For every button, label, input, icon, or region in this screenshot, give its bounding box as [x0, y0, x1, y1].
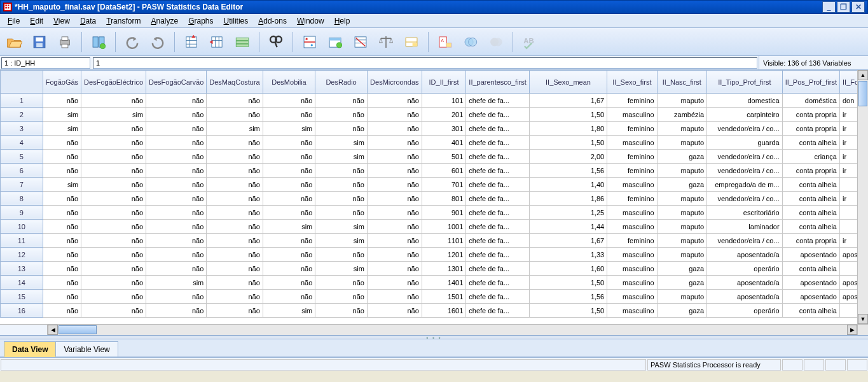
cell[interactable]: não [207, 276, 263, 290]
cell[interactable]: 801 [422, 192, 466, 206]
cell[interactable]: chefe de fa... [466, 94, 530, 108]
cell[interactable]: laminador [707, 220, 783, 234]
maximize-button[interactable]: ❐ [837, 1, 850, 13]
cell[interactable]: maputo [657, 248, 706, 262]
cell[interactable]: aposentado [782, 290, 839, 304]
cell[interactable]: 1501 [422, 290, 466, 304]
cell[interactable]: conta propria [782, 108, 839, 122]
cell[interactable]: não [146, 108, 207, 122]
column-header[interactable]: DesMaqCostura [207, 71, 263, 94]
close-button[interactable]: ✕ [851, 1, 865, 13]
cell[interactable]: sim [207, 122, 263, 136]
tab-data-view[interactable]: Data View [4, 341, 56, 357]
row-header[interactable]: 12 [1, 248, 43, 262]
row-header[interactable]: 5 [1, 150, 43, 164]
cell[interactable]: masculino [607, 262, 657, 276]
cell[interactable]: não [207, 108, 263, 122]
splitter-handle[interactable] [0, 336, 868, 339]
cell[interactable]: não [263, 150, 315, 164]
cell[interactable]: não [43, 290, 81, 304]
goto-variable-icon[interactable] [207, 32, 227, 52]
cell[interactable]: 1,25 [529, 206, 607, 220]
cell[interactable]: não [315, 192, 368, 206]
cell[interactable]: conta alheia [782, 220, 839, 234]
cell[interactable]: não [43, 192, 81, 206]
cell[interactable]: 1,40 [529, 178, 607, 192]
cell[interactable]: não [81, 220, 146, 234]
column-header[interactable]: FogãoGás [43, 71, 81, 94]
menu-window[interactable]: Window [292, 15, 329, 27]
row-header[interactable]: 10 [1, 220, 43, 234]
cell[interactable]: 901 [422, 206, 466, 220]
cell[interactable]: não [81, 290, 146, 304]
menu-transform[interactable]: Transform [101, 15, 146, 27]
row-header[interactable]: 15 [1, 290, 43, 304]
cell[interactable]: masculino [607, 206, 657, 220]
column-header[interactable]: DesFogãoEléctrico [81, 71, 146, 94]
menu-view[interactable]: View [48, 15, 75, 27]
column-header[interactable]: DesFogãoCarvão [146, 71, 207, 94]
cell[interactable]: não [43, 248, 81, 262]
cell[interactable]: sim [315, 234, 368, 248]
cell[interactable]: chefe de fa... [466, 234, 530, 248]
cell[interactable]: não [367, 206, 422, 220]
cell[interactable]: não [315, 304, 368, 318]
cell[interactable]: 1,50 [529, 276, 607, 290]
cell[interactable]: não [367, 262, 422, 276]
cell-value-input[interactable]: 1 [93, 57, 757, 69]
cell[interactable]: chefe de fa... [466, 276, 530, 290]
cell[interactable]: sim [81, 108, 146, 122]
cell[interactable]: não [315, 206, 368, 220]
cell[interactable]: chefe de fa... [466, 122, 530, 136]
cell[interactable]: não [146, 192, 207, 206]
cell[interactable]: conta alheia [782, 136, 839, 150]
cell[interactable]: não [263, 234, 315, 248]
cell[interactable]: gaza [657, 276, 706, 290]
cell[interactable]: maputo [657, 290, 706, 304]
cell[interactable]: 1301 [422, 262, 466, 276]
column-header[interactable]: DesMicroondas [367, 71, 422, 94]
cell[interactable]: não [367, 192, 422, 206]
save-icon[interactable] [29, 32, 50, 52]
cell[interactable]: aposentado/a [707, 290, 783, 304]
grid-corner[interactable] [1, 71, 43, 94]
cell[interactable]: masculino [607, 178, 657, 192]
value-labels-icon[interactable] [401, 32, 422, 52]
cell[interactable]: não [43, 94, 81, 108]
cell[interactable]: masculino [607, 220, 657, 234]
cell[interactable]: operário [707, 304, 783, 318]
cell[interactable]: 301 [422, 122, 466, 136]
cell[interactable]: chefe de fa... [466, 164, 530, 178]
cell[interactable]: não [315, 164, 368, 178]
cell[interactable]: não [43, 262, 81, 276]
cell[interactable]: não [207, 234, 263, 248]
split-file-icon[interactable] [300, 32, 320, 52]
cell[interactable]: não [367, 276, 422, 290]
scroll-right-icon[interactable]: ▶ [847, 325, 857, 335]
cell[interactable]: 1001 [422, 220, 466, 234]
cell[interactable]: não [263, 108, 315, 122]
cell[interactable]: não [146, 220, 207, 234]
cell[interactable]: gaza [657, 178, 706, 192]
column-header[interactable]: ID_II_first [422, 71, 466, 94]
cell[interactable]: sim [315, 220, 368, 234]
cell[interactable]: não [367, 290, 422, 304]
cell[interactable]: 1,80 [529, 122, 607, 136]
cell[interactable]: zambézia [657, 108, 706, 122]
cell[interactable]: operário [707, 262, 783, 276]
row-header[interactable]: 2 [1, 108, 43, 122]
cell[interactable]: conta alheia [782, 178, 839, 192]
cell[interactable]: 1,67 [529, 94, 607, 108]
cell[interactable]: masculino [607, 108, 657, 122]
scales-icon[interactable] [376, 32, 396, 52]
cell[interactable]: chefe de fa... [466, 178, 530, 192]
cell[interactable]: não [146, 304, 207, 318]
cell[interactable]: não [81, 136, 146, 150]
menu-file[interactable]: File [3, 15, 25, 27]
cell[interactable]: não [146, 178, 207, 192]
cell[interactable]: não [367, 234, 422, 248]
row-header[interactable]: 4 [1, 136, 43, 150]
horizontal-scroll-thumb[interactable] [59, 325, 97, 334]
cell[interactable]: não [146, 290, 207, 304]
scroll-up-icon[interactable]: ▲ [858, 70, 868, 80]
